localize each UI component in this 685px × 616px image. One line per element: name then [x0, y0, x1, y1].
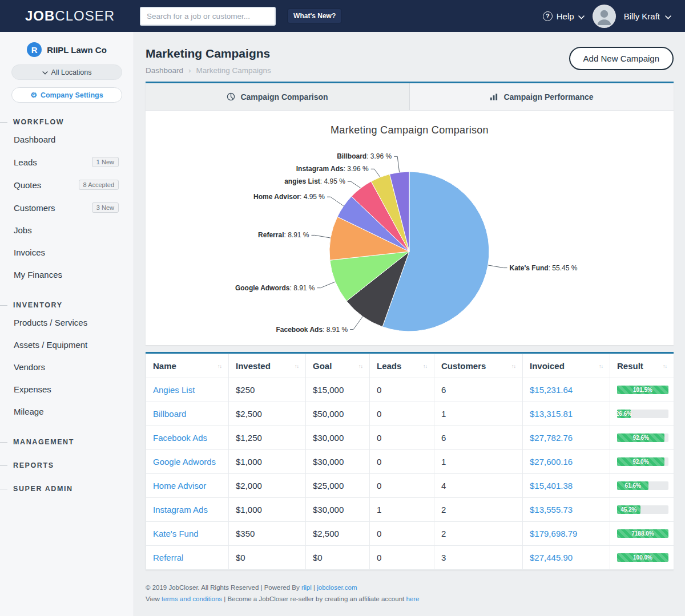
- cell-goal: $30,000: [306, 498, 370, 522]
- nav-badge: 1 New: [92, 157, 119, 167]
- sidebar-item-products-services[interactable]: Products / Services: [0, 311, 134, 334]
- column-label: Name: [153, 361, 176, 371]
- tab-campaign-performance[interactable]: Campaign Performance: [409, 83, 674, 110]
- section-label: WORKFLOW: [13, 118, 64, 126]
- footer-text: |: [312, 584, 317, 591]
- cell-name: Google Adwords: [146, 450, 229, 474]
- sort-icon[interactable]: ↑↓: [358, 363, 362, 369]
- campaign-name-link[interactable]: Google Adwords: [153, 457, 216, 467]
- cell-invested: $1,000: [229, 450, 306, 474]
- column-label: Customers: [441, 361, 486, 371]
- user-menu[interactable]: Billy Kraft: [624, 11, 671, 21]
- user-avatar[interactable]: [594, 6, 615, 27]
- sidebar-section-management[interactable]: MANAGEMENT: [0, 438, 134, 446]
- sidebar-item-quotes[interactable]: Quotes8 Accepted: [0, 173, 134, 196]
- column-header-result[interactable]: Result↑↓: [610, 354, 674, 378]
- result-progress-bar: 7188.0%: [617, 529, 668, 538]
- sidebar-section-super-admin[interactable]: SUPER ADMIN: [0, 485, 134, 493]
- sidebar-item-dashboard[interactable]: Dashboard: [0, 128, 134, 151]
- company-settings-button[interactable]: ⚙ Company Settings: [11, 87, 122, 103]
- invoiced-amount-link[interactable]: $179,698.79: [530, 529, 577, 538]
- sort-icon[interactable]: ↑↓: [295, 363, 299, 369]
- sidebar-item-expenses[interactable]: Expenses: [0, 378, 134, 400]
- campaign-name-link[interactable]: Angies List: [153, 385, 195, 395]
- footer-link-riipl[interactable]: riipl: [301, 584, 312, 591]
- result-progress-bar: 26.6%: [617, 410, 668, 418]
- sidebar-item-customers[interactable]: Customers3 New: [0, 196, 134, 219]
- tab-campaign-comparison[interactable]: Campaign Comparison: [146, 83, 409, 110]
- breadcrumb-dashboard[interactable]: Dashboard: [146, 66, 183, 75]
- sidebar-item-jobs[interactable]: Jobs: [0, 219, 134, 241]
- nav-item-label: Products / Services: [14, 318, 87, 327]
- sidebar-item-vendors[interactable]: Vendors: [0, 356, 134, 378]
- column-header-goal[interactable]: Goal↑↓: [306, 354, 370, 378]
- cell-invoiced: $27,445.90: [523, 546, 610, 570]
- help-menu[interactable]: ? Help: [543, 11, 585, 21]
- sidebar-section-workflow[interactable]: WORKFLOW: [0, 118, 134, 126]
- sidebar-item-leads[interactable]: Leads1 New: [0, 151, 134, 173]
- sort-icon[interactable]: ↑↓: [663, 363, 667, 369]
- pie-label-connector: [371, 169, 380, 177]
- result-progress-bar: 92.0%: [617, 457, 668, 466]
- campaign-name-link[interactable]: Facebook Ads: [153, 433, 207, 443]
- sort-icon[interactable]: ↑↓: [423, 363, 427, 369]
- sort-icon[interactable]: ↑↓: [217, 363, 221, 369]
- sort-icon[interactable]: ↑↓: [511, 363, 515, 369]
- result-percent-label: 101.5%: [633, 387, 652, 393]
- invoiced-amount-link[interactable]: $27,445.90: [530, 553, 573, 562]
- footer-link-jobcloser-com[interactable]: jobcloser.com: [317, 584, 357, 591]
- invoiced-amount-link[interactable]: $15,401.38: [530, 481, 573, 491]
- sidebar-item-my-finances[interactable]: My Finances: [0, 264, 134, 286]
- pie-label-connector: [327, 197, 344, 206]
- nav-item-label: Invoices: [14, 248, 45, 257]
- cell-customers: 1: [434, 450, 523, 474]
- campaign-name-link[interactable]: Billboard: [153, 409, 186, 419]
- cell-result: 45.2%: [610, 498, 674, 522]
- help-icon: ?: [543, 11, 553, 21]
- campaign-name-link[interactable]: Kate's Fund: [153, 529, 199, 538]
- cell-invoiced: $15,231.64: [523, 378, 610, 402]
- table-row-facebook-ads: Facebook Ads$1,250$30,00006$27,782.7692.…: [146, 426, 674, 450]
- column-label: Invoiced: [530, 361, 565, 371]
- column-header-name[interactable]: Name↑↓: [146, 354, 229, 378]
- campaign-name-link[interactable]: Home Advisor: [153, 481, 206, 491]
- invoiced-amount-link[interactable]: $27,782.76: [530, 433, 573, 443]
- nav-item-label: Expenses: [14, 384, 51, 394]
- invoiced-amount-link[interactable]: $27,600.16: [530, 457, 573, 467]
- invoiced-amount-link[interactable]: $13,555.73: [530, 505, 573, 514]
- pie-label-connector: [312, 235, 331, 238]
- column-header-customers[interactable]: Customers↑↓: [434, 354, 523, 378]
- nav-item-label: Mileage: [14, 407, 44, 416]
- result-progress-bar: 61.6%: [617, 481, 668, 490]
- cell-customers: 3: [434, 546, 523, 570]
- cell-leads: 0: [370, 522, 434, 546]
- table-row-home-advisor: Home Advisor$2,000$25,00004$15,401.3861.…: [146, 474, 674, 498]
- campaign-name-link[interactable]: Instagram Ads: [153, 505, 208, 514]
- footer-link-terms-and-conditions[interactable]: terms and conditions: [162, 595, 222, 602]
- pie-label-connector: [317, 282, 336, 288]
- search-input[interactable]: [140, 7, 276, 26]
- add-new-campaign-button[interactable]: Add New Campaign: [569, 47, 674, 70]
- cell-leads: 0: [370, 378, 434, 402]
- campaign-name-link[interactable]: Referral: [153, 553, 183, 562]
- sidebar-item-mileage[interactable]: Mileage: [0, 400, 134, 423]
- locations-dropdown[interactable]: All Locations: [11, 64, 122, 80]
- sidebar-section-inventory[interactable]: INVENTORY: [0, 301, 134, 309]
- sidebar-item-invoices[interactable]: Invoices: [0, 241, 134, 264]
- chevron-down-icon: [42, 68, 48, 76]
- column-header-invoiced[interactable]: Invoiced↑↓: [523, 354, 610, 378]
- invoiced-amount-link[interactable]: $15,231.64: [530, 385, 573, 395]
- sidebar-section-reports[interactable]: REPORTS: [0, 461, 134, 469]
- sidebar-item-assets-equipment[interactable]: Assets / Equipment: [0, 334, 134, 356]
- column-header-invested[interactable]: Invested↑↓: [229, 354, 306, 378]
- sort-icon[interactable]: ↑↓: [599, 363, 603, 369]
- tab-label: Campaign Performance: [503, 92, 593, 102]
- column-header-leads[interactable]: Leads↑↓: [370, 354, 434, 378]
- whats-new-button[interactable]: What's New?: [287, 9, 342, 23]
- footer-link-here[interactable]: here: [406, 595, 419, 602]
- pie-label-angies-list: angies List: 4.95 %: [284, 177, 345, 185]
- pie-label-kate-s-fund: Kate's Fund: 55.45 %: [510, 264, 578, 272]
- app-logo[interactable]: JOBCLOSER: [25, 8, 115, 24]
- invoiced-amount-link[interactable]: $13,315.81: [530, 409, 573, 419]
- company-name: RIIPL Lawn Co: [47, 45, 107, 55]
